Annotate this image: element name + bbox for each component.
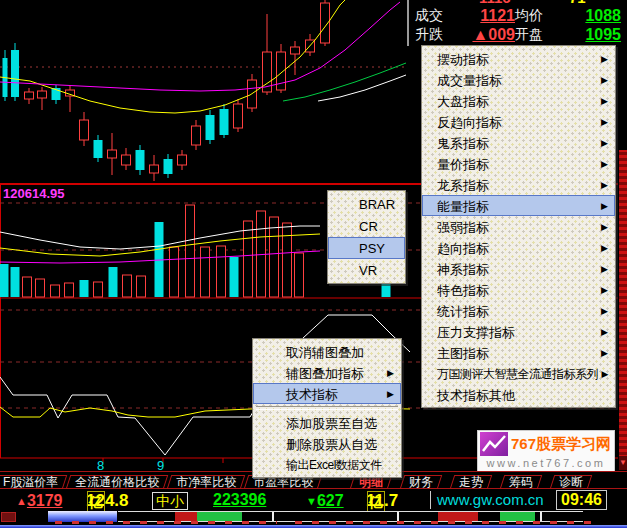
clock: 09:46	[556, 490, 607, 510]
menu-item[interactable]: 辅图叠加指标▶	[253, 362, 401, 383]
quote-value[interactable]: 1121	[439, 6, 515, 25]
scroll-down-arrow-icon[interactable]: ▼	[619, 456, 627, 470]
menu-item[interactable]: 强弱指标▶	[422, 216, 615, 237]
tab-走势[interactable]: 走势	[452, 475, 490, 489]
menu-item[interactable]: 取消辅图叠加	[253, 341, 401, 362]
quote-label: 均价	[515, 6, 543, 25]
submenu-arrow-icon: ▶	[601, 70, 608, 91]
marquee-segment	[500, 512, 535, 521]
submenu-arrow-icon: ▶	[601, 238, 608, 259]
menu-item[interactable]: CR	[328, 215, 405, 237]
submenu-arrow-icon: ▶	[601, 280, 608, 301]
submenu-arrow-icon: ▶	[601, 49, 608, 70]
marquee-segment	[438, 512, 478, 521]
tick-dashes	[55, 521, 277, 524]
menu-item[interactable]: 特色指标▶	[422, 279, 615, 300]
watermark-767: 767股票学习网 www.net767.com	[477, 430, 615, 472]
chart-context-menu: 取消辅图叠加辅图叠加指标▶技术指标▶添加股票至自选删除股票从自选输出Excel数…	[252, 338, 402, 478]
menu-item[interactable]: PSY	[328, 237, 405, 259]
submenu-arrow-icon: ▶	[601, 196, 608, 217]
submenu-arrow-icon: ▶	[387, 384, 394, 405]
chart-logo-icon	[480, 432, 508, 456]
quote-label: 开盘	[515, 25, 543, 44]
menu-item[interactable]: 输出Excel数据文件	[253, 454, 401, 475]
submenu-arrow-icon: ▶	[601, 154, 608, 175]
marquee-divider	[272, 512, 274, 521]
status-bar: ▲3179 124.8亿 中小 223396 ▼627 11.7亿 www.gw…	[0, 489, 627, 511]
status-divider	[430, 491, 431, 509]
indicator-category-menu: 摆动指标▶成交量指标▶大盘指标▶反趋向指标▶鬼系指标▶量价指标▶龙系指标▶能量指…	[421, 45, 616, 408]
watermark-title: 767股票学习网	[511, 435, 611, 454]
menu-item[interactable]: 成交量指标▶	[422, 69, 615, 90]
marquee-segment	[175, 512, 197, 521]
submenu-arrow-icon: ▶	[601, 301, 608, 322]
submenu-arrow-icon: ▶	[601, 259, 608, 280]
submenu-arrow-icon: ▶	[602, 364, 608, 385]
menu-item[interactable]: 主图指标▶	[422, 342, 615, 363]
volume-value-label: 120614.95	[3, 186, 64, 201]
quote-panel: 1116 71 成交 1121 均价 1088 升跌 ▲009 开盘 1095	[407, 0, 627, 46]
menu-item[interactable]: 删除股票从自选	[253, 433, 401, 454]
submenu-arrow-icon: ▶	[601, 217, 608, 238]
submenu-arrow-icon: ▶	[601, 175, 608, 196]
quote-row: 升跌 ▲009 开盘 1095	[409, 25, 627, 44]
submenu-arrow-icon: ▶	[601, 322, 608, 343]
menu-item[interactable]: 能量指标▶	[422, 195, 615, 216]
menu-item[interactable]: 压力支撑指标▶	[422, 321, 615, 342]
tab-财务[interactable]: 财务	[402, 475, 440, 489]
menu-item[interactable]: 神系指标▶	[422, 258, 615, 279]
tab-市净率比较[interactable]: 市净率比较	[169, 475, 243, 489]
marquee-left-box	[1, 512, 16, 522]
quote-value[interactable]: 1088	[551, 6, 621, 25]
quote-row: 成交 1121 均价 1088	[409, 6, 627, 25]
submenu-arrow-icon: ▶	[387, 363, 394, 384]
menu-item[interactable]: 鬼系指标▶	[422, 132, 615, 153]
quote-value[interactable]: 1095	[551, 25, 621, 44]
tab-筹码[interactable]: 筹码	[502, 475, 540, 489]
menu-item[interactable]: 趋向指标▶	[422, 237, 615, 258]
advancers-count: ▲3179	[16, 490, 27, 511]
right-scrollbar[interactable]: ▼	[619, 150, 627, 470]
marquee-divider	[397, 512, 399, 521]
menu-item[interactable]: 龙系指标▶	[422, 174, 615, 195]
watermark-url: www.net767.com	[478, 457, 614, 469]
menu-item[interactable]: 技术指标其他	[422, 384, 615, 405]
tab-F股溢价率[interactable]: F股溢价率	[0, 475, 65, 489]
menu-item[interactable]: 大盘指标▶	[422, 90, 615, 111]
stock-app-window: 120614.95 89 1116 71 成交 1121 均价 1088 升跌 …	[0, 0, 627, 528]
menu-item[interactable]: 添加股票至自选	[253, 412, 401, 433]
marquee-divider	[540, 512, 542, 521]
volume-count[interactable]: 223396	[213, 490, 266, 510]
menu-item[interactable]: 摆动指标▶	[422, 48, 615, 69]
menu-item[interactable]: 反趋向指标▶	[422, 111, 615, 132]
decliners-count: ▼627	[306, 490, 317, 511]
tab-全流通价格比较[interactable]: 全流通价格比较	[68, 475, 166, 489]
menu-item[interactable]: 技术指标▶	[253, 383, 401, 404]
menu-item[interactable]: 统计指标▶	[422, 300, 615, 321]
menu-item[interactable]: BRAR	[328, 193, 405, 215]
submenu-arrow-icon: ▶	[601, 112, 608, 133]
marquee-segment	[197, 512, 242, 521]
quote-value[interactable]: ▲009	[439, 25, 515, 44]
menu-item[interactable]: VR	[328, 259, 405, 281]
tab-诊断[interactable]: 诊断	[552, 475, 590, 489]
submenu-arrow-icon: ▶	[601, 133, 608, 154]
tick-dashes	[295, 521, 600, 524]
menu-item[interactable]: 量价指标▶	[422, 153, 615, 174]
board-badge[interactable]: 中小	[152, 492, 188, 510]
submenu-arrow-icon: ▶	[601, 91, 608, 112]
menu-item[interactable]: 万国测评大智慧全流通指标系列▶	[422, 363, 615, 384]
energy-indicator-submenu: BRARCRPSYVR	[327, 190, 406, 284]
broker-site-url: www.gw.com.cn	[437, 490, 544, 510]
menu-separator	[256, 406, 398, 410]
submenu-arrow-icon: ▶	[601, 343, 608, 364]
